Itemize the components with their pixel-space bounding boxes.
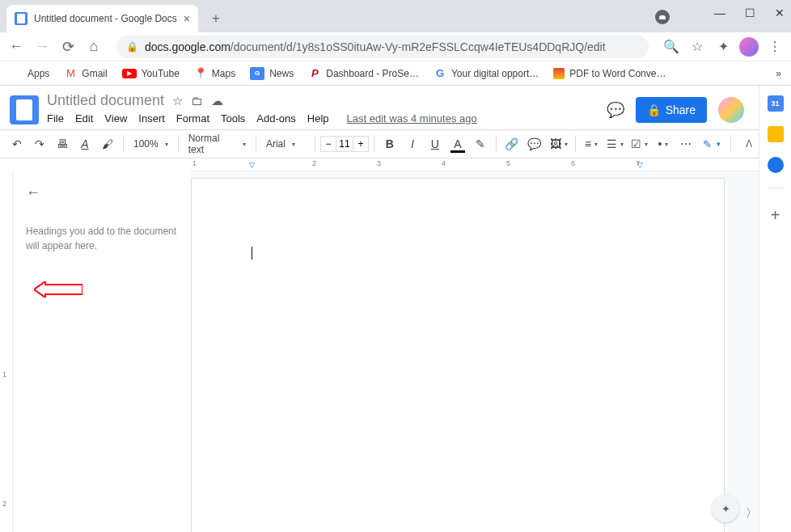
last-edit-link[interactable]: Last edit was 4 minutes ago [347,112,477,125]
undo-button[interactable]: ↶ [6,133,27,154]
menu-bar: File Edit View Insert Format Tools Add-o… [47,112,477,125]
move-folder-icon[interactable]: 🗀 [191,94,203,108]
share-button[interactable]: 🔒Share [636,97,707,123]
zoom-dropdown[interactable]: 100% [129,138,173,150]
spellcheck-button[interactable]: A [74,133,95,154]
menu-edit[interactable]: Edit [75,112,93,125]
menu-file[interactable]: File [47,112,64,125]
account-avatar[interactable] [718,97,744,123]
align-button[interactable]: ≡ [581,133,602,154]
more-button[interactable]: ⋯ [675,133,696,154]
browser-tab[interactable]: Untitled document - Google Docs × [6,5,198,32]
separator [730,136,731,152]
header-right: 💬 🔒Share [607,97,749,123]
bulleted-list-button[interactable]: • [653,133,674,154]
window-maximize-button[interactable]: ☐ [745,6,755,19]
docs-main: Untitled document ☆ 🗀 ☁ File Edit View I… [0,86,759,532]
cloud-status-icon[interactable]: ☁ [211,94,223,108]
side-panel-collapse-button[interactable]: 〉 [746,506,757,521]
extensions-icon[interactable]: ✦ [713,37,733,57]
window-minimize-button[interactable]: — [714,6,725,19]
insert-link-button[interactable]: 🔗 [501,133,522,154]
bold-button[interactable]: B [379,133,400,154]
explore-button[interactable]: ✦ [712,495,739,522]
menu-view[interactable]: View [104,112,127,125]
highlight-button[interactable]: ✎ [470,133,491,154]
document-page[interactable] [191,178,725,532]
tasks-icon[interactable] [768,157,784,173]
bookmark-pdf[interactable]: PDF to Word Conve… [553,68,666,79]
checklist-button[interactable]: ☑ [628,133,651,154]
new-tab-button[interactable]: + [205,7,227,30]
redo-button[interactable]: ↷ [29,133,50,154]
paint-format-button[interactable]: 🖌 [97,133,118,154]
menu-format[interactable]: Format [176,112,209,125]
maps-pin-icon: 📍 [194,67,207,80]
profile-badge-icon[interactable] [655,10,670,24]
search-icon[interactable]: 🔍 [662,37,681,57]
bookmarks-overflow[interactable]: » [776,68,781,79]
text-cursor [252,247,252,260]
reload-button[interactable]: ⟳ [58,37,78,57]
window-close-button[interactable]: ✕ [775,6,785,19]
font-size-input[interactable]: 11 [336,136,353,152]
comments-icon[interactable]: 💬 [607,101,624,119]
font-size-increase[interactable]: + [353,136,369,152]
address-bar[interactable]: 🔒 docs.google.com/document/d/1y8s1oSS0it… [116,36,649,58]
document-outline-panel: ← Headings you add to the document will … [13,171,191,532]
menu-addons[interactable]: Add-ons [256,112,295,125]
paragraph-style-dropdown[interactable]: Normal text [184,133,251,155]
bookmark-digital[interactable]: GYour digital opport… [434,67,539,80]
outline-empty-hint: Headings you add to the document will ap… [26,224,178,253]
bookmark-dashboard[interactable]: PDashboard - ProSe… [308,67,419,80]
apps-grid-icon [10,67,23,80]
print-button[interactable]: 🖶 [52,133,73,154]
browser-profile-avatar[interactable] [739,37,759,57]
insert-image-button[interactable]: 🖼 [547,133,570,154]
insert-comment-button[interactable]: 💬 [524,133,545,154]
text-color-button[interactable]: A [447,133,468,154]
annotation-arrow [34,281,82,300]
menu-insert[interactable]: Insert [138,112,165,125]
tab-close-icon[interactable]: × [184,12,190,25]
indent-marker-left[interactable]: ▽ [249,161,255,169]
vertical-ruler[interactable]: 1 2 [0,171,13,532]
back-button[interactable]: ← [6,37,26,57]
bookmark-gmail[interactable]: MGmail [64,67,107,80]
star-icon[interactable]: ☆ [172,94,183,108]
outline-close-button[interactable]: ← [26,184,178,201]
calendar-icon[interactable] [768,95,784,112]
side-panel: + [759,86,791,532]
add-addon-button[interactable]: + [771,206,780,225]
separator [575,136,576,152]
forward-button[interactable]: → [32,37,52,57]
document-title[interactable]: Untitled document [47,92,164,109]
bookmark-maps[interactable]: 📍Maps [194,67,235,80]
indent-marker-right[interactable]: ▽ [637,161,643,169]
line-spacing-button[interactable]: ☰ [603,133,626,154]
lock-icon: 🔒 [126,41,138,53]
docs-favicon [15,12,27,25]
docs-header: Untitled document ☆ 🗀 ☁ File Edit View I… [0,86,759,125]
italic-button[interactable]: I [402,133,423,154]
hide-menus-button[interactable]: ᐱ [746,138,752,150]
separator [768,188,784,188]
bookmark-star-icon[interactable]: ☆ [687,37,707,57]
font-family-dropdown[interactable]: Arial [261,138,310,150]
menu-help[interactable]: Help [307,112,329,125]
pdf-icon [553,68,565,79]
keep-icon[interactable] [768,126,784,142]
editing-mode-dropdown[interactable]: ✎ ▾ [698,133,725,154]
underline-button[interactable]: U [425,133,446,154]
ruler-tick: 4 [442,159,446,167]
horizontal-ruler[interactable]: ▽ 1 2 3 4 5 6 7 ▽ [191,158,759,171]
menu-tools[interactable]: Tools [221,112,245,125]
font-size-decrease[interactable]: − [320,136,336,152]
home-button[interactable]: ⌂ [84,37,104,57]
bookmark-news[interactable]: GNews [250,67,294,80]
bookmark-youtube[interactable]: ▶YouTube [122,68,180,79]
docs-logo-icon[interactable] [10,95,39,125]
bookmark-apps[interactable]: Apps [10,67,49,80]
docs-toolbar: ↶ ↷ 🖶 A 🖌 100% Normal text Arial − 11 + … [0,129,759,158]
browser-menu-icon[interactable]: ⋮ [765,37,785,57]
